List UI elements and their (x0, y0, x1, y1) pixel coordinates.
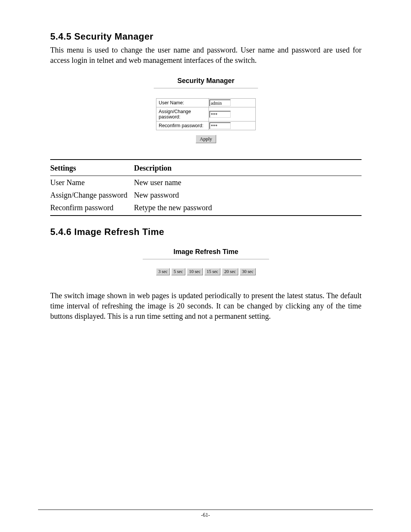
refresh-15sec-button[interactable]: 15 sec (204, 268, 220, 275)
cell-setting: User Name (50, 176, 134, 189)
cell-setting: Reconfirm password (50, 201, 134, 216)
cell-username-input (209, 99, 255, 107)
row-reconfirm-password: Reconfirm password: (156, 121, 255, 130)
label-reconfirm-password: Reconfirm password: (156, 121, 209, 130)
th-description: Description (134, 160, 362, 176)
image-refresh-title: Image Refresh Time (145, 248, 267, 256)
refresh-10sec-button[interactable]: 10 sec (187, 268, 203, 275)
table-row: Reconfirm password Retype the new passwo… (50, 201, 362, 216)
settings-description-table: Settings Description User Name New user … (50, 159, 362, 216)
row-assign-password: Assign/Change password: (156, 107, 255, 121)
page-number: -61- (0, 512, 411, 518)
apply-button[interactable]: Apply (196, 135, 217, 143)
cell-assign-input (209, 110, 255, 118)
footer-rule (38, 510, 373, 510)
paragraph-refresh-description: The switch image shown in web pages is u… (50, 291, 362, 321)
refresh-5sec-button[interactable]: 5 sec (171, 268, 185, 275)
cell-description: New user name (134, 176, 362, 189)
table-row: User Name New user name (50, 176, 362, 189)
label-username: User Name: (156, 99, 209, 107)
username-input[interactable] (209, 99, 231, 106)
panel-divider (143, 259, 269, 259)
apply-button-wrap: Apply (156, 135, 256, 143)
row-username: User Name: (156, 99, 255, 107)
reconfirm-password-input[interactable] (209, 122, 231, 129)
th-settings: Settings (50, 160, 134, 176)
label-assign-password: Assign/Change password: (156, 107, 209, 121)
document-page: 5.4.5 Security Manager This menu is used… (0, 0, 411, 532)
security-form-table: User Name: Assign/Change password: Recon… (156, 98, 256, 130)
table-row: Assign/Change password New password (50, 189, 362, 201)
panel-divider (154, 88, 258, 88)
refresh-3sec-button[interactable]: 3 sec (156, 268, 170, 275)
image-refresh-panel: Image Refresh Time 3 sec 5 sec 10 sec 15… (141, 244, 271, 281)
refresh-20sec-button[interactable]: 20 sec (222, 268, 238, 275)
cell-setting: Assign/Change password (50, 189, 134, 201)
refresh-buttons-row: 3 sec 5 sec 10 sec 15 sec 20 sec 30 sec (145, 268, 267, 275)
assign-password-input[interactable] (209, 111, 231, 118)
security-manager-title: Security Manager (156, 77, 256, 85)
cell-description: New password (134, 189, 362, 201)
security-manager-panel: Security Manager User Name: Assign/Chang… (152, 73, 260, 149)
heading-security-manager: 5.4.5 Security Manager (50, 31, 362, 42)
cell-description: Retype the new password (134, 201, 362, 216)
heading-image-refresh-time: 5.4.6 Image Refresh Time (50, 227, 362, 237)
cell-reconfirm-input (209, 122, 255, 129)
paragraph-security-intro: This menu is used to change the user nam… (50, 45, 362, 66)
refresh-30sec-button[interactable]: 30 sec (240, 268, 256, 275)
